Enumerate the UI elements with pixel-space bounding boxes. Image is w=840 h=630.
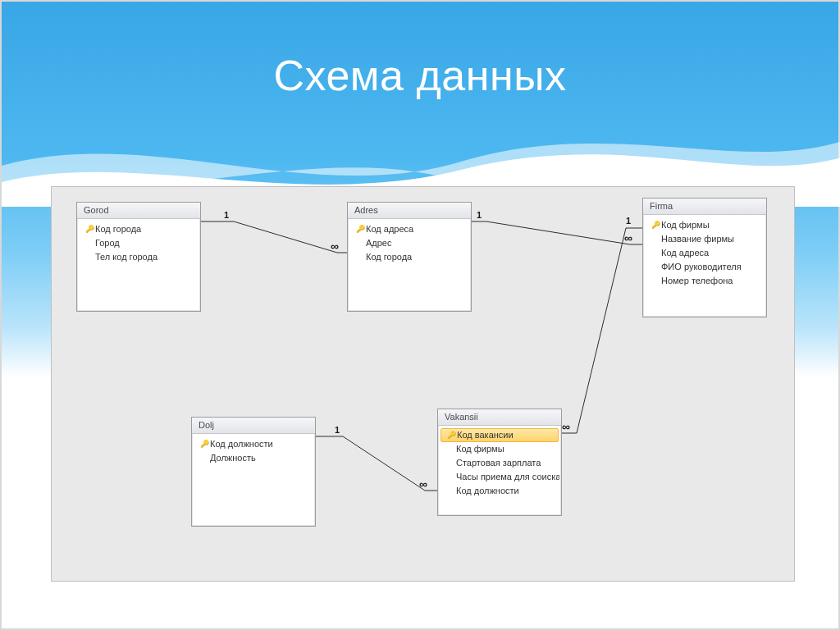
table-header[interactable]: Gorod: [77, 203, 200, 219]
cardinality-many: ∞: [562, 420, 570, 433]
key-spacer: •: [354, 251, 366, 263]
field-label: Стартовая зарплата: [456, 457, 541, 469]
field-label: Код фирмы: [456, 443, 504, 455]
cardinality-many: ∞: [419, 477, 427, 491]
field-label: Код вакансии: [457, 429, 514, 441]
table-vakansii[interactable]: Vakansii🔑Код вакансии•Код фирмы•Стартова…: [437, 409, 562, 516]
cardinality-one: 1: [477, 210, 482, 220]
primary-key-icon: 🔑: [650, 219, 661, 231]
key-spacer: •: [445, 471, 456, 483]
primary-key-icon: 🔑: [354, 223, 366, 235]
key-spacer: •: [354, 237, 366, 249]
key-spacer: •: [199, 452, 210, 464]
table-field[interactable]: •Город: [79, 236, 199, 250]
table-header[interactable]: Adres: [348, 203, 471, 219]
key-spacer: •: [650, 261, 661, 273]
table-field[interactable]: •Код должности: [440, 484, 559, 498]
key-spacer: •: [84, 237, 95, 249]
table-field-list: 🔑Код фирмы•Название фирмы•Код адреса•ФИО…: [643, 215, 766, 317]
table-field[interactable]: 🔑Код вакансии: [441, 428, 559, 442]
field-label: Номер телефона: [661, 275, 733, 287]
cardinality-one: 1: [626, 216, 631, 226]
key-spacer: •: [650, 275, 661, 287]
field-label: Код адреса: [366, 223, 413, 235]
table-field[interactable]: •Стартовая зарплата: [440, 456, 559, 470]
slide: Схема данных 1∞1∞1∞1∞ Gorod🔑Код города•Г…: [0, 0, 840, 630]
table-field-list: 🔑Код адреса•Адрес•Код города: [348, 219, 471, 311]
field-label: Код фирмы: [661, 219, 710, 231]
cardinality-many: ∞: [331, 240, 339, 253]
field-label: Код адреса: [661, 247, 709, 259]
table-gorod[interactable]: Gorod🔑Код города•Город•Тел код города: [76, 202, 201, 312]
cardinality-one: 1: [224, 210, 229, 220]
table-field[interactable]: •Номер телефона: [645, 274, 765, 288]
field-label: Код города: [366, 251, 412, 263]
key-spacer: •: [650, 233, 661, 245]
cardinality-one: 1: [335, 425, 340, 435]
table-field-list: 🔑Код вакансии•Код фирмы•Стартовая зарпла…: [438, 426, 561, 515]
table-field[interactable]: •Тел код города: [79, 250, 199, 264]
key-spacer: •: [445, 457, 456, 469]
key-spacer: •: [650, 247, 661, 259]
table-header[interactable]: Firma: [643, 199, 766, 215]
table-field[interactable]: •Код адреса: [645, 246, 765, 260]
table-field[interactable]: •Часы приема для соискателей: [440, 470, 559, 484]
table-field[interactable]: •Название фирмы: [645, 232, 765, 246]
key-spacer: •: [84, 251, 95, 263]
field-label: Код должности: [456, 485, 519, 497]
field-label: Должность: [210, 452, 256, 464]
cardinality-many: ∞: [624, 231, 632, 244]
relationships-canvas[interactable]: 1∞1∞1∞1∞ Gorod🔑Код города•Город•Тел код …: [51, 186, 795, 582]
field-label: Город: [95, 237, 120, 249]
field-label: Код города: [95, 223, 141, 235]
table-field[interactable]: •Адрес: [349, 236, 469, 250]
table-header[interactable]: Dolj: [192, 418, 315, 434]
key-spacer: •: [445, 443, 456, 455]
primary-key-icon: 🔑: [84, 223, 95, 235]
table-field-list: 🔑Код должности•Должность: [192, 434, 315, 526]
primary-key-icon: 🔑: [445, 429, 457, 441]
table-field[interactable]: •Код города: [349, 250, 469, 264]
table-field-list: 🔑Код города•Город•Тел код города: [77, 219, 200, 311]
table-field[interactable]: 🔑Код адреса: [349, 222, 469, 236]
primary-key-icon: 🔑: [199, 438, 210, 450]
slide-title: Схема данных: [2, 51, 838, 100]
table-firma[interactable]: Firma🔑Код фирмы•Название фирмы•Код адрес…: [642, 198, 767, 317]
table-field[interactable]: •Код фирмы: [440, 442, 559, 456]
field-label: Адрес: [366, 237, 392, 249]
table-header[interactable]: Vakansii: [438, 409, 561, 426]
table-field[interactable]: •ФИО руководителя: [645, 260, 765, 274]
field-label: Тел код города: [95, 251, 158, 263]
table-field[interactable]: 🔑Код фирмы: [645, 218, 765, 232]
field-label: Название фирмы: [661, 233, 734, 245]
field-label: Часы приема для соискателей: [456, 471, 559, 483]
table-adres[interactable]: Adres🔑Код адреса•Адрес•Код города: [347, 202, 472, 312]
field-label: Код должности: [210, 438, 273, 450]
field-label: ФИО руководителя: [661, 261, 742, 273]
table-field[interactable]: •Должность: [194, 451, 313, 465]
key-spacer: •: [445, 485, 456, 497]
table-field[interactable]: 🔑Код города: [79, 222, 199, 236]
table-field[interactable]: 🔑Код должности: [194, 437, 313, 451]
table-dolj[interactable]: Dolj🔑Код должности•Должность: [191, 417, 316, 527]
